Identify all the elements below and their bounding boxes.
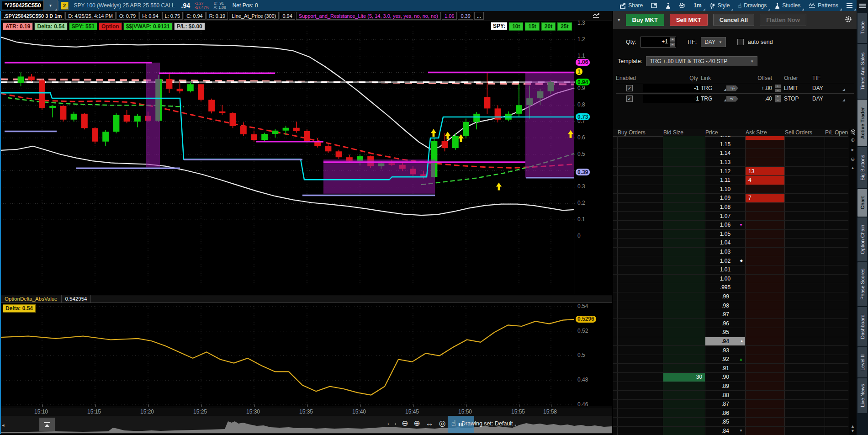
- ladder-price-cell[interactable]: 1.05: [705, 230, 746, 239]
- ladder-price-cell[interactable]: 1.01: [705, 265, 746, 274]
- sell-orders-cell[interactable]: [785, 283, 825, 292]
- ladder-scroll-icons[interactable]: ▲▼: [851, 424, 855, 433]
- order-link-dropdown[interactable]: TRG: [701, 95, 726, 102]
- bid-size-cell[interactable]: [663, 408, 705, 417]
- ask-size-cell[interactable]: [746, 248, 785, 256]
- sell-orders-cell[interactable]: [785, 337, 825, 346]
- buy-orders-cell[interactable]: [618, 427, 663, 435]
- spy-tick-button[interactable]: 10t: [509, 22, 523, 31]
- bid-size-cell[interactable]: [663, 292, 705, 301]
- report-button[interactable]: [647, 0, 662, 11]
- ladder-price-cell[interactable]: .85: [705, 418, 746, 426]
- sidebar-tab-option-chain[interactable]: Option Chain: [857, 218, 867, 261]
- sell-orders-cell[interactable]: [785, 248, 825, 256]
- ladder-center-icon[interactable]: ▸: [852, 147, 854, 153]
- sell-orders-cell[interactable]: [785, 230, 825, 239]
- bid-size-cell[interactable]: [663, 355, 705, 364]
- ladder-price-cell[interactable]: 1.14: [705, 149, 746, 158]
- preview-left-arrow-icon[interactable]: ◂: [2, 422, 5, 428]
- ask-size-cell[interactable]: [746, 212, 785, 220]
- ladder-price-cell[interactable]: .88: [705, 391, 746, 399]
- panel-gear-icon[interactable]: [845, 16, 852, 25]
- sell-orders-cell[interactable]: [785, 301, 825, 310]
- sell-orders-cell[interactable]: [785, 194, 825, 202]
- auto-send-checkbox[interactable]: [737, 39, 744, 45]
- bid-size-cell[interactable]: [663, 400, 705, 408]
- main-chart-svg[interactable]: [1, 24, 575, 294]
- spy-tick-button[interactable]: 20t: [541, 22, 556, 31]
- ask-size-cell[interactable]: [746, 301, 785, 310]
- ladder-price-cell[interactable]: .95: [705, 328, 746, 337]
- ask-size-cell[interactable]: [746, 239, 785, 247]
- order-enabled-checkbox[interactable]: ✓: [626, 95, 633, 102]
- bid-size-cell[interactable]: [663, 158, 705, 167]
- ask-size-cell[interactable]: [746, 373, 785, 382]
- bid-size-cell[interactable]: [663, 275, 705, 283]
- delta-study-name[interactable]: OptionDelta_AbsValue: [1, 295, 62, 302]
- bid-size-cell[interactable]: [663, 391, 705, 399]
- bid-size-cell[interactable]: [663, 310, 705, 319]
- buy-orders-cell[interactable]: [618, 301, 663, 310]
- sell-orders-cell[interactable]: [785, 373, 825, 382]
- ask-size-cell[interactable]: [746, 140, 785, 149]
- buy-orders-cell[interactable]: [618, 310, 663, 319]
- order-tif-dropdown[interactable]: DAY: [812, 85, 845, 91]
- sell-orders-cell[interactable]: [785, 364, 825, 372]
- ladder-price-cell[interactable]: .99: [705, 292, 746, 301]
- sidebar-tab-big-buttons[interactable]: Big Buttons: [857, 147, 867, 188]
- buy-orders-cell[interactable]: [618, 239, 663, 247]
- ladder-price-cell[interactable]: 1.15: [705, 140, 746, 149]
- pan-left-icon[interactable]: ‹: [387, 421, 389, 426]
- ladder-price-cell[interactable]: 1.00: [705, 275, 746, 283]
- quick-study-button[interactable]: [662, 0, 675, 11]
- ask-size-cell[interactable]: [746, 158, 785, 167]
- order-type-value[interactable]: STOP: [784, 95, 812, 102]
- ask-size-cell[interactable]: [746, 256, 785, 265]
- order-link-dropdown[interactable]: TRG: [701, 85, 726, 91]
- sell-orders-cell[interactable]: [785, 203, 825, 212]
- ladder-price-cell[interactable]: .89: [705, 382, 746, 391]
- buy-orders-cell[interactable]: [618, 248, 663, 256]
- sell-orders-cell[interactable]: [785, 136, 825, 140]
- buy-orders-cell[interactable]: [618, 221, 663, 229]
- ask-size-cell[interactable]: 7: [746, 194, 785, 202]
- chart-menu-button[interactable]: [842, 0, 857, 11]
- offset-spinner[interactable]: +−: [775, 85, 781, 92]
- ladder-price-cell[interactable]: .92▲: [705, 355, 746, 364]
- bid-size-cell[interactable]: [663, 382, 705, 391]
- buy-orders-cell[interactable]: [618, 212, 663, 220]
- sell-orders-cell[interactable]: [785, 256, 825, 265]
- bid-size-cell[interactable]: [663, 230, 705, 239]
- ladder-price-cell[interactable]: .84▼: [705, 427, 746, 435]
- ladder-price-cell[interactable]: .96: [705, 319, 746, 328]
- ask-size-cell[interactable]: [746, 391, 785, 399]
- hamburger-icon[interactable]: [859, 3, 866, 9]
- sell-orders-cell[interactable]: [785, 427, 825, 435]
- ask-size-cell[interactable]: [746, 310, 785, 319]
- bid-size-cell[interactable]: [663, 203, 705, 212]
- quantity-stepper[interactable]: +1 +−: [640, 37, 676, 48]
- bid-size-cell[interactable]: [663, 418, 705, 426]
- bid-size-cell[interactable]: [663, 337, 705, 346]
- sidebar-tab-trade[interactable]: Trade: [857, 13, 867, 43]
- order-qty-field[interactable]: -1: [643, 95, 701, 103]
- bid-size-cell[interactable]: [663, 364, 705, 372]
- qty-decrement-button[interactable]: −: [670, 42, 675, 47]
- bid-size-cell[interactable]: [663, 136, 705, 140]
- pan-right-icon[interactable]: ›: [395, 421, 397, 426]
- chart-mini-icon[interactable]: [592, 12, 600, 21]
- ask-size-cell[interactable]: [746, 265, 785, 274]
- buy-orders-cell[interactable]: [618, 283, 663, 292]
- buy-orders-cell[interactable]: [618, 328, 663, 337]
- sell-orders-cell[interactable]: [785, 319, 825, 328]
- ask-size-cell[interactable]: [746, 418, 785, 426]
- qty-increment-button[interactable]: +: [670, 37, 675, 42]
- sell-orders-cell[interactable]: [785, 382, 825, 391]
- time-axis[interactable]: 15:1015:1515:2015:2515:3015:3515:4015:45…: [1, 407, 612, 416]
- ladder-price-cell[interactable]: .86: [705, 408, 746, 417]
- sell-orders-cell[interactable]: [785, 221, 825, 229]
- bid-size-cell[interactable]: [663, 185, 705, 194]
- buy-orders-cell[interactable]: [618, 292, 663, 301]
- expand-horizontal-icon[interactable]: ↔: [426, 419, 434, 428]
- order-type-value[interactable]: LIMIT: [784, 85, 812, 91]
